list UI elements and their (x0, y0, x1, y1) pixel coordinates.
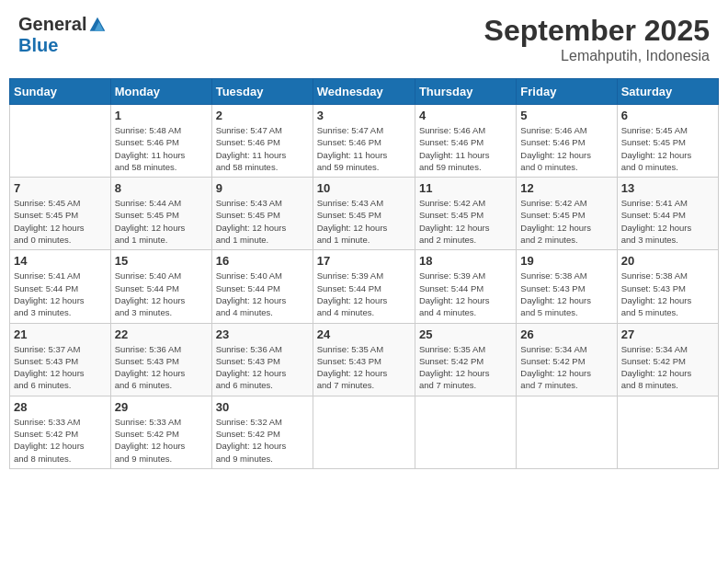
calendar-cell: 20Sunrise: 5:38 AM Sunset: 5:43 PM Dayli… (617, 250, 718, 323)
day-header-saturday: Saturday (617, 79, 718, 105)
day-info: Sunrise: 5:37 AM Sunset: 5:43 PM Dayligh… (14, 343, 107, 392)
calendar-cell: 3Sunrise: 5:47 AM Sunset: 5:46 PM Daylig… (313, 105, 415, 178)
day-info: Sunrise: 5:47 AM Sunset: 5:46 PM Dayligh… (216, 124, 309, 173)
calendar-cell (10, 105, 111, 178)
calendar-cell: 19Sunrise: 5:38 AM Sunset: 5:43 PM Dayli… (517, 250, 617, 323)
calendar-cell: 6Sunrise: 5:45 AM Sunset: 5:45 PM Daylig… (617, 105, 718, 178)
calendar-cell: 9Sunrise: 5:43 AM Sunset: 5:45 PM Daylig… (211, 178, 313, 250)
calendar-week-3: 14Sunrise: 5:41 AM Sunset: 5:44 PM Dayli… (10, 250, 719, 323)
day-header-thursday: Thursday (415, 79, 516, 105)
day-number: 9 (216, 181, 309, 195)
day-info: Sunrise: 5:42 AM Sunset: 5:45 PM Dayligh… (419, 197, 512, 246)
calendar-cell: 13Sunrise: 5:41 AM Sunset: 5:44 PM Dayli… (617, 178, 718, 250)
calendar-cell: 2Sunrise: 5:47 AM Sunset: 5:46 PM Daylig… (211, 105, 313, 178)
calendar-week-2: 7Sunrise: 5:45 AM Sunset: 5:45 PM Daylig… (10, 178, 719, 250)
month-title: September 2025 Lemahputih, Indonesia (484, 14, 710, 64)
day-info: Sunrise: 5:40 AM Sunset: 5:44 PM Dayligh… (115, 270, 208, 318)
calendar-cell: 1Sunrise: 5:48 AM Sunset: 5:46 PM Daylig… (110, 105, 211, 178)
calendar-cell (415, 396, 516, 468)
day-number: 26 (520, 327, 612, 341)
calendar-cell: 10Sunrise: 5:43 AM Sunset: 5:45 PM Dayli… (313, 178, 415, 250)
day-number: 23 (216, 327, 309, 341)
day-info: Sunrise: 5:43 AM Sunset: 5:45 PM Dayligh… (317, 197, 411, 246)
day-number: 18 (419, 254, 512, 268)
day-number: 5 (520, 109, 612, 122)
day-number: 8 (115, 181, 208, 195)
day-info: Sunrise: 5:48 AM Sunset: 5:46 PM Dayligh… (115, 124, 208, 173)
day-number: 19 (520, 254, 612, 268)
calendar-cell: 24Sunrise: 5:35 AM Sunset: 5:43 PM Dayli… (313, 323, 415, 396)
day-header-wednesday: Wednesday (313, 79, 415, 105)
calendar-week-4: 21Sunrise: 5:37 AM Sunset: 5:43 PM Dayli… (10, 323, 719, 396)
day-header-tuesday: Tuesday (211, 79, 313, 105)
calendar-cell: 4Sunrise: 5:46 AM Sunset: 5:46 PM Daylig… (415, 105, 516, 178)
day-info: Sunrise: 5:38 AM Sunset: 5:43 PM Dayligh… (520, 270, 612, 318)
day-info: Sunrise: 5:43 AM Sunset: 5:45 PM Dayligh… (216, 197, 309, 246)
day-info: Sunrise: 5:35 AM Sunset: 5:42 PM Dayligh… (419, 343, 512, 392)
day-info: Sunrise: 5:39 AM Sunset: 5:44 PM Dayligh… (317, 270, 411, 318)
day-number: 13 (621, 181, 714, 195)
calendar-cell: 28Sunrise: 5:33 AM Sunset: 5:42 PM Dayli… (10, 396, 111, 468)
day-header-friday: Friday (517, 79, 617, 105)
day-info: Sunrise: 5:41 AM Sunset: 5:44 PM Dayligh… (14, 270, 107, 318)
day-header-monday: Monday (110, 79, 211, 105)
calendar-table: SundayMondayTuesdayWednesdayThursdayFrid… (9, 78, 719, 469)
day-number: 12 (520, 181, 612, 195)
day-number: 22 (115, 327, 208, 341)
logo-general: General (18, 14, 86, 35)
calendar-cell: 18Sunrise: 5:39 AM Sunset: 5:44 PM Dayli… (415, 250, 516, 323)
day-info: Sunrise: 5:40 AM Sunset: 5:44 PM Dayligh… (216, 270, 309, 318)
day-info: Sunrise: 5:46 AM Sunset: 5:46 PM Dayligh… (419, 124, 512, 173)
day-number: 4 (419, 109, 512, 122)
day-number: 29 (115, 400, 208, 414)
day-header-sunday: Sunday (10, 79, 111, 105)
page-header: General Blue September 2025 Lemahputih, … (9, 9, 719, 69)
day-info: Sunrise: 5:41 AM Sunset: 5:44 PM Dayligh… (621, 197, 714, 246)
day-number: 10 (317, 181, 411, 195)
month-year: September 2025 (484, 14, 710, 48)
day-number: 25 (419, 327, 512, 341)
day-info: Sunrise: 5:47 AM Sunset: 5:46 PM Dayligh… (317, 124, 411, 173)
day-number: 11 (419, 181, 512, 195)
day-info: Sunrise: 5:46 AM Sunset: 5:46 PM Dayligh… (520, 124, 612, 173)
logo: General Blue (18, 14, 107, 56)
calendar-cell: 7Sunrise: 5:45 AM Sunset: 5:45 PM Daylig… (10, 178, 111, 250)
calendar-cell: 17Sunrise: 5:39 AM Sunset: 5:44 PM Dayli… (313, 250, 415, 323)
day-info: Sunrise: 5:36 AM Sunset: 5:43 PM Dayligh… (115, 343, 208, 392)
calendar-cell: 21Sunrise: 5:37 AM Sunset: 5:43 PM Dayli… (10, 323, 111, 396)
calendar-cell: 27Sunrise: 5:34 AM Sunset: 5:42 PM Dayli… (617, 323, 718, 396)
calendar-cell: 11Sunrise: 5:42 AM Sunset: 5:45 PM Dayli… (415, 178, 516, 250)
calendar-cell: 23Sunrise: 5:36 AM Sunset: 5:43 PM Dayli… (211, 323, 313, 396)
day-number: 28 (14, 400, 107, 414)
day-info: Sunrise: 5:33 AM Sunset: 5:42 PM Dayligh… (14, 416, 107, 465)
calendar-week-5: 28Sunrise: 5:33 AM Sunset: 5:42 PM Dayli… (10, 396, 719, 468)
calendar-cell: 25Sunrise: 5:35 AM Sunset: 5:42 PM Dayli… (415, 323, 516, 396)
logo-icon (88, 16, 107, 34)
calendar-cell: 15Sunrise: 5:40 AM Sunset: 5:44 PM Dayli… (110, 250, 211, 323)
calendar-cell: 16Sunrise: 5:40 AM Sunset: 5:44 PM Dayli… (211, 250, 313, 323)
day-number: 6 (621, 109, 714, 122)
day-number: 1 (115, 109, 208, 122)
logo-blue: Blue (18, 35, 58, 56)
day-info: Sunrise: 5:44 AM Sunset: 5:45 PM Dayligh… (115, 197, 208, 246)
calendar-cell: 22Sunrise: 5:36 AM Sunset: 5:43 PM Dayli… (110, 323, 211, 396)
day-number: 16 (216, 254, 309, 268)
day-number: 2 (216, 109, 309, 122)
day-info: Sunrise: 5:32 AM Sunset: 5:42 PM Dayligh… (216, 416, 309, 465)
calendar-cell: 8Sunrise: 5:44 AM Sunset: 5:45 PM Daylig… (110, 178, 211, 250)
calendar-cell (617, 396, 718, 468)
day-info: Sunrise: 5:45 AM Sunset: 5:45 PM Dayligh… (14, 197, 107, 246)
day-number: 7 (14, 181, 107, 195)
calendar-cell: 26Sunrise: 5:34 AM Sunset: 5:42 PM Dayli… (517, 323, 617, 396)
day-info: Sunrise: 5:38 AM Sunset: 5:43 PM Dayligh… (621, 270, 714, 318)
location: Lemahputih, Indonesia (484, 48, 710, 64)
day-info: Sunrise: 5:39 AM Sunset: 5:44 PM Dayligh… (419, 270, 512, 318)
day-number: 3 (317, 109, 411, 122)
day-info: Sunrise: 5:36 AM Sunset: 5:43 PM Dayligh… (216, 343, 309, 392)
calendar-header-row: SundayMondayTuesdayWednesdayThursdayFrid… (10, 79, 719, 105)
day-info: Sunrise: 5:33 AM Sunset: 5:42 PM Dayligh… (115, 416, 208, 465)
calendar-cell (517, 396, 617, 468)
calendar-cell: 14Sunrise: 5:41 AM Sunset: 5:44 PM Dayli… (10, 250, 111, 323)
day-number: 17 (317, 254, 411, 268)
day-number: 27 (621, 327, 714, 341)
